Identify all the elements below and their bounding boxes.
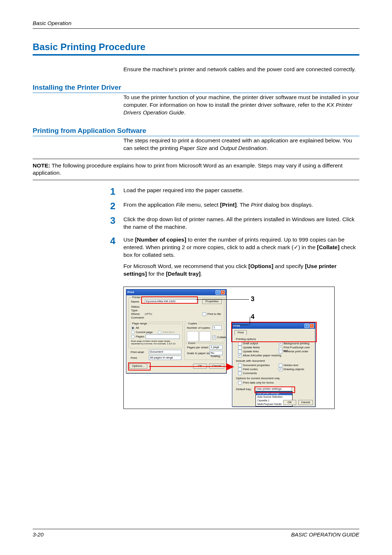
text: dialog box displays. — [262, 202, 313, 208]
collate-checkbox[interactable]: Collate — [212, 336, 226, 339]
update-fields-checkbox[interactable]: Update fields — [238, 346, 260, 349]
pages-per-sheet-label: Pages per sheet: — [187, 346, 209, 349]
window-controls[interactable]: ?× — [304, 324, 314, 328]
group-label: Page range — [131, 322, 148, 325]
emphasis: Output Destination — [220, 145, 266, 151]
note-box: NOTE: The following procedure explains h… — [33, 159, 359, 181]
step-text: From the application File menu, select [… — [123, 201, 359, 211]
cancel-button[interactable]: Cancel — [298, 400, 313, 405]
print-options-dialog: Print ?× Print Printing options Draft ou… — [232, 323, 315, 407]
callout-line — [196, 299, 249, 300]
drawing-objects-checkbox[interactable]: Drawing objects — [279, 368, 304, 371]
printing-options-label: Printing options — [236, 337, 256, 341]
page-range-group: Page range All Current page Selection Pa… — [128, 324, 183, 348]
group-label: Printer — [131, 296, 142, 299]
pages-per-sheet-dropdown[interactable]: 1 page — [209, 345, 222, 349]
bold: [Options] — [248, 263, 273, 269]
print-dialog-titlebar: Print ?× — [126, 289, 226, 295]
type-label: Type: — [131, 309, 138, 312]
group-label: Zoom — [187, 341, 196, 345]
draft-output-checkbox[interactable]: Draft output — [238, 342, 258, 345]
page-number: 3-20 — [33, 531, 44, 538]
note-body: The following procedure explains how to … — [33, 162, 343, 176]
printing-paragraph: The steps required to print a document c… — [123, 137, 359, 152]
text: and — [207, 145, 220, 151]
collate-preview-icon — [187, 331, 199, 341]
print-tab[interactable]: Print — [234, 330, 247, 335]
printer-name-dropdown[interactable]: Kyocera Mita KM-1820 — [145, 299, 199, 304]
check-glyph: ✓ — [294, 244, 298, 250]
text: . — [201, 271, 202, 277]
scale-label: Scale to paper size: — [187, 352, 212, 355]
comments-checkbox[interactable]: Comments — [238, 372, 257, 375]
step-4: 4 Use [Number of copies] to enter the nu… — [33, 236, 359, 281]
step-number: 1 — [33, 187, 123, 196]
callout-line — [233, 325, 249, 325]
help-icon[interactable]: ? — [216, 290, 220, 295]
hidden-text-checkbox[interactable]: Hidden text — [279, 364, 298, 367]
text: . — [184, 109, 185, 116]
comment-label: Comment: — [131, 316, 144, 319]
pages-input[interactable] — [146, 335, 180, 339]
options-button[interactable]: Options... — [129, 364, 147, 369]
num-copies-input[interactable]: 1 — [212, 325, 222, 330]
text: To use the printer function of your mach… — [123, 94, 359, 108]
steps-list: 1 Load the paper required into the paper… — [33, 187, 359, 281]
dropdown-option-selected[interactable]: Use printer settings — [256, 392, 292, 395]
print-range-label: Print: — [131, 356, 138, 360]
note-label: NOTE: — [33, 162, 50, 169]
close-icon[interactable]: × — [221, 290, 225, 295]
text: Use — [123, 236, 135, 243]
bold: [Default tray] — [166, 271, 201, 277]
all-radio[interactable]: All — [131, 326, 139, 330]
print-what-dropdown[interactable]: Document — [149, 350, 181, 354]
help-icon[interactable]: ? — [305, 324, 309, 328]
zoom-group: Zoom Pages per sheet: 1 page Scale to pa… — [184, 343, 224, 360]
default-tray-dropdown[interactable]: Use printer settings — [256, 387, 292, 391]
bold: [Number of copies] — [135, 236, 186, 243]
name-label: Name: — [131, 300, 140, 303]
step-1: 1 Load the paper required into the paper… — [33, 187, 359, 196]
print-range-dropdown[interactable]: All pages in range — [149, 356, 181, 360]
properties-button[interactable]: Properties — [202, 299, 222, 304]
include-with-label: Include with document — [236, 359, 265, 362]
where-value: LPT1: — [145, 312, 152, 316]
close-icon[interactable]: × — [310, 324, 314, 328]
current-page-radio[interactable]: Current page — [131, 331, 153, 334]
allow-resize-checkbox[interactable]: Allow A4/Letter paper resizing — [238, 354, 281, 357]
selection-radio[interactable]: Selection — [158, 331, 175, 334]
running-header: Basic Operation — [33, 20, 359, 26]
step-number: 4 — [33, 236, 123, 281]
copies-group: Copies Number of copies: 1 Collate — [184, 324, 224, 343]
step-text: Click the drop down list of printer name… — [123, 216, 359, 231]
bold: [Print] — [220, 202, 237, 208]
step-3: 3 Click the drop down list of printer na… — [33, 216, 359, 231]
dropdown-option[interactable]: Auto Source Selection — [256, 395, 292, 399]
window-controls[interactable]: ?× — [215, 290, 225, 295]
scale-dropdown[interactable]: No Scaling — [209, 351, 222, 355]
bold: [Collate] — [317, 244, 339, 250]
document-page: Basic Operation Basic Printing Procedure… — [0, 0, 392, 555]
text: menu, select — [185, 202, 220, 208]
step-number: 2 — [33, 201, 123, 211]
ok-button[interactable]: OK — [283, 400, 296, 405]
header-rule — [33, 28, 359, 29]
print-data-forms-checkbox[interactable]: Print data only for forms — [238, 381, 274, 385]
print-options-titlebar: Print ?× — [232, 323, 315, 329]
doc-properties-checkbox[interactable]: Document properties — [238, 364, 270, 367]
field-codes-checkbox[interactable]: Field codes — [238, 368, 258, 371]
footer-guide-title: BASIC OPERATION GUIDE — [291, 531, 359, 538]
print-to-file-checkbox[interactable]: Print to file — [203, 312, 221, 316]
pages-hint: Enter page numbers and/or page ranges se… — [131, 340, 180, 345]
default-tray-label: Default tray: — [236, 388, 252, 391]
text: For Microsoft Word, we recommend that yo… — [123, 263, 248, 269]
background-printing-checkbox[interactable]: Background printing — [279, 342, 309, 345]
update-links-checkbox[interactable]: Update links — [238, 350, 259, 353]
callout-line — [250, 317, 250, 325]
print-what-label: Print what: — [131, 351, 144, 354]
pages-radio[interactable]: Pages: — [131, 335, 145, 339]
reverse-print-checkbox[interactable]: Reverse print order — [279, 350, 308, 353]
text: From the application — [123, 202, 176, 208]
current-doc-only-label: Options for current document only — [236, 377, 280, 380]
title-underline — [33, 54, 359, 56]
